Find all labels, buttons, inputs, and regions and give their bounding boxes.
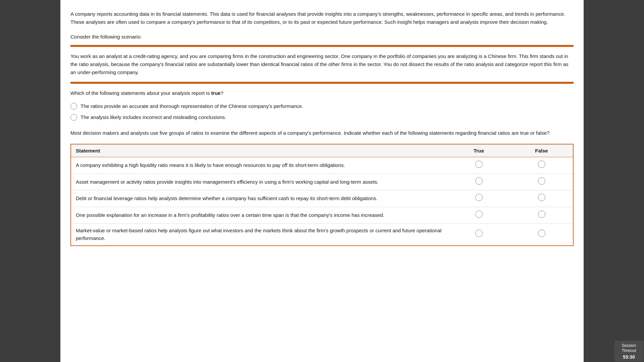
true-cell-2[interactable] bbox=[447, 174, 510, 190]
true-cell-5[interactable] bbox=[447, 224, 510, 246]
true-radio-2[interactable] bbox=[475, 177, 483, 185]
option-2-label[interactable]: The analysis likely includes incorrect a… bbox=[80, 114, 226, 121]
true-radio-1[interactable] bbox=[475, 161, 483, 168]
table-row: One possible explanation for an increase… bbox=[71, 207, 573, 224]
ratios-table: Statement True False A company exhibitin… bbox=[71, 144, 573, 245]
false-radio-5[interactable] bbox=[538, 230, 545, 237]
false-cell-2[interactable] bbox=[510, 174, 573, 190]
option-1-radio[interactable] bbox=[70, 103, 77, 110]
option-2-radio[interactable] bbox=[70, 114, 77, 121]
table-row: Asset management or activity ratios prov… bbox=[71, 174, 573, 190]
false-cell-1[interactable] bbox=[510, 157, 573, 174]
bottom-divider bbox=[70, 82, 574, 84]
ratios-table-container: Statement True False A company exhibitin… bbox=[70, 144, 574, 246]
session-timeout-widget: Session Timeout 55:30 bbox=[614, 340, 644, 362]
question-text-start: Which of the following statements about … bbox=[70, 90, 211, 96]
question-text: Which of the following statements about … bbox=[70, 89, 574, 97]
scenario-text: You work as an analyst at a credit-ratin… bbox=[70, 52, 574, 76]
false-cell-3[interactable] bbox=[510, 190, 573, 207]
table-row: Debt or financial leverage ratios help a… bbox=[71, 190, 573, 207]
false-radio-3[interactable] bbox=[538, 194, 545, 201]
consider-label: Consider the following scenario: bbox=[70, 33, 574, 41]
true-radio-4[interactable] bbox=[475, 210, 483, 218]
option-1-label[interactable]: The ratios provide an accurate and thoro… bbox=[80, 103, 303, 110]
ratios-intro: Most decision makers and analysts use fi… bbox=[70, 129, 574, 137]
true-cell-3[interactable] bbox=[447, 190, 510, 207]
col-false-header: False bbox=[510, 144, 573, 157]
session-timeout-label: Session Timeout bbox=[615, 343, 642, 354]
statement-4: One possible explanation for an increase… bbox=[71, 207, 447, 224]
table-header-row: Statement True False bbox=[71, 144, 573, 157]
col-statement-header: Statement bbox=[71, 144, 447, 157]
intro-paragraph: A company reports accounting data in its… bbox=[70, 10, 574, 26]
false-radio-1[interactable] bbox=[538, 161, 545, 168]
false-cell-4[interactable] bbox=[510, 207, 573, 224]
true-radio-5[interactable] bbox=[475, 230, 483, 237]
option-1[interactable]: The ratios provide an accurate and thoro… bbox=[70, 103, 574, 110]
statement-5: Market-value or market-based ratios help… bbox=[71, 224, 447, 246]
statement-2: Asset management or activity ratios prov… bbox=[71, 174, 447, 190]
false-radio-2[interactable] bbox=[538, 177, 545, 185]
question-bold: true bbox=[211, 90, 220, 96]
table-row: Market-value or market-based ratios help… bbox=[71, 224, 573, 246]
true-cell-1[interactable] bbox=[447, 157, 510, 174]
top-divider bbox=[70, 45, 574, 47]
true-cell-4[interactable] bbox=[447, 207, 510, 224]
question-end: ? bbox=[221, 90, 223, 96]
main-content: A company reports accounting data in its… bbox=[60, 0, 584, 362]
false-cell-5[interactable] bbox=[510, 224, 573, 246]
table-row: A company exhibiting a high liquidity ra… bbox=[71, 157, 573, 174]
statement-1: A company exhibiting a high liquidity ra… bbox=[71, 157, 447, 174]
false-radio-4[interactable] bbox=[538, 210, 545, 218]
true-radio-3[interactable] bbox=[475, 194, 483, 201]
statement-3: Debt or financial leverage ratios help a… bbox=[71, 190, 447, 207]
option-2[interactable]: The analysis likely includes incorrect a… bbox=[70, 114, 574, 121]
session-timeout-timer: 55:30 bbox=[623, 354, 635, 360]
col-true-header: True bbox=[447, 144, 510, 157]
